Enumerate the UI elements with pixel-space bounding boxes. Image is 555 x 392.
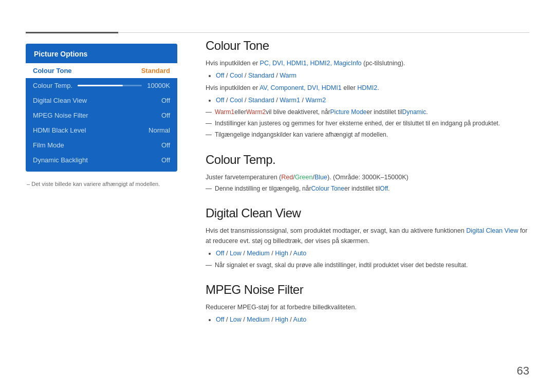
menu-label-film-mode: Film Mode bbox=[33, 141, 64, 149]
menu-item-colour-tone[interactable]: Colour Tone Standard bbox=[26, 63, 177, 78]
section-colour-temp: Colour Temp. Juster farvetemperaturen (R… bbox=[206, 153, 529, 194]
footnote: Det viste billede kan variere afhængigt … bbox=[26, 181, 177, 187]
section-mpeg-noise-filter: MPEG Noise Filter Reducerer MPEG-støj fo… bbox=[206, 283, 529, 325]
menu-value-hdmi-black-level: Normal bbox=[149, 126, 170, 134]
section-body-digital-clean-view: Hvis det transmissionssignal, som produk… bbox=[206, 226, 529, 270]
para-ct-1: Hvis inputkilden er PC, DVI, HDMI1, HDMI… bbox=[206, 58, 529, 68]
left-panel: Picture Options Colour Tone Standard Col… bbox=[26, 44, 177, 187]
bullet-list-mnf: Off / Low / Medium / High / Auto bbox=[206, 314, 529, 325]
menu-item-hdmi-black-level[interactable]: HDMI Black Level Normal bbox=[26, 123, 177, 138]
menu-value-colour-temp: 10000K bbox=[147, 82, 170, 89]
section-colour-tone: Colour Tone Hvis inputkilden er PC, DVI,… bbox=[206, 39, 529, 140]
bullet-ct-2: Off / Cool / Standard / Warm1 / Warm2 bbox=[216, 95, 529, 105]
para-ct-2: Hvis inputkilden er AV, Component, DVI, … bbox=[206, 83, 529, 93]
para-mnf-1: Reducerer MPEG-støj for at forbedre bill… bbox=[206, 302, 529, 312]
note-ct-2: Indstillinger kan justeres og gemmes for… bbox=[206, 119, 529, 128]
right-content: Colour Tone Hvis inputkilden er PC, DVI,… bbox=[206, 39, 529, 337]
bullet-mnf-1: Off / Low / Medium / High / Auto bbox=[216, 314, 529, 325]
menu-value-dynamic-backlight: Off bbox=[161, 156, 170, 164]
menu-item-colour-temp[interactable]: Colour Temp. 10000K bbox=[26, 78, 177, 93]
top-decorative-lines bbox=[26, 32, 529, 33]
top-line-dark bbox=[26, 32, 118, 33]
bullet-list-dcv: Off / Low / Medium / High / Auto bbox=[206, 248, 529, 258]
menu-value-mpeg-noise-filter: Off bbox=[161, 111, 170, 119]
menu-label-colour-tone: Colour Tone bbox=[33, 67, 72, 74]
section-title-mpeg-noise-filter: MPEG Noise Filter bbox=[206, 283, 529, 297]
menu-value-colour-tone: Standard bbox=[141, 67, 170, 74]
note-dcv-1: Når signalet er svagt, skal du prøve all… bbox=[206, 260, 529, 270]
picture-options-title: Picture Options bbox=[26, 44, 177, 63]
bullet-list-ct-2: Off / Cool / Standard / Warm1 / Warm2 bbox=[206, 95, 529, 105]
section-title-colour-temp: Colour Temp. bbox=[206, 153, 529, 167]
para-dcv-1: Hvis det transmissionssignal, som produk… bbox=[206, 226, 529, 246]
menu-label-hdmi-black-level: HDMI Black Level bbox=[33, 126, 86, 134]
section-title-colour-tone: Colour Tone bbox=[206, 39, 529, 53]
menu-label-dynamic-backlight: Dynamic Backlight bbox=[33, 156, 88, 164]
slider-track bbox=[78, 85, 142, 86]
menu-item-film-mode[interactable]: Film Mode Off bbox=[26, 138, 177, 153]
bullet-list-ct-1: Off / Cool / Standard / Warm bbox=[206, 70, 529, 81]
note-ct-3: Tilgængelige indgangskilder kan variere … bbox=[206, 130, 529, 140]
menu-value-film-mode: Off bbox=[161, 141, 170, 149]
para-ctemp-1: Juster farvetemperaturen (Red/Green/Blue… bbox=[206, 172, 529, 182]
page-number: 63 bbox=[517, 364, 529, 378]
section-digital-clean-view: Digital Clean View Hvis det transmission… bbox=[206, 206, 529, 270]
menu-item-mpeg-noise-filter[interactable]: MPEG Noise Filter Off bbox=[26, 108, 177, 123]
note-ctemp-1: Denne indstilling er tilgængelig, når Co… bbox=[206, 184, 529, 194]
menu-value-digital-clean-view: Off bbox=[161, 97, 170, 104]
section-title-digital-clean-view: Digital Clean View bbox=[206, 206, 529, 220]
picture-options-box: Picture Options Colour Tone Standard Col… bbox=[26, 44, 177, 172]
slider-fill bbox=[78, 85, 123, 86]
section-body-colour-tone: Hvis inputkilden er PC, DVI, HDMI1, HDMI… bbox=[206, 58, 529, 140]
bullet-dcv-1: Off / Low / Medium / High / Auto bbox=[216, 248, 529, 258]
bullet-ct-1: Off / Cool / Standard / Warm bbox=[216, 70, 529, 81]
top-line-light bbox=[118, 32, 529, 33]
menu-label-mpeg-noise-filter: MPEG Noise Filter bbox=[33, 111, 88, 119]
section-body-mpeg-noise-filter: Reducerer MPEG-støj for at forbedre bill… bbox=[206, 302, 529, 325]
note-ct-1: Warm1 eller Warm2 vil blive deaktiveret,… bbox=[206, 107, 529, 117]
menu-item-digital-clean-view[interactable]: Digital Clean View Off bbox=[26, 93, 177, 108]
menu-item-dynamic-backlight[interactable]: Dynamic Backlight Off bbox=[26, 153, 177, 167]
menu-label-digital-clean-view: Digital Clean View bbox=[33, 97, 87, 104]
menu-label-colour-temp: Colour Temp. bbox=[33, 82, 72, 89]
section-body-colour-temp: Juster farvetemperaturen (Red/Green/Blue… bbox=[206, 172, 529, 194]
